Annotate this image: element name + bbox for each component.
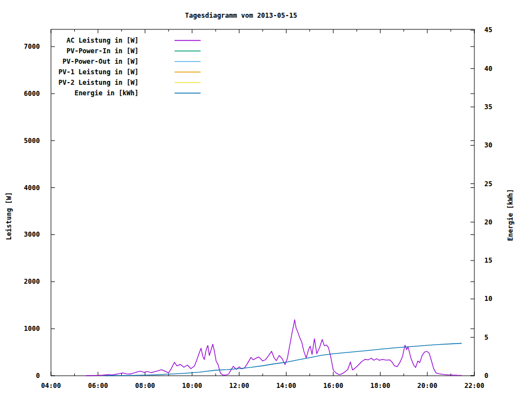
legend-item: PV-Power-In in [W] xyxy=(66,47,201,55)
legend-label: PV-Power-Out in [W] xyxy=(63,58,139,65)
y1-tick-label: 5000 xyxy=(24,137,40,145)
legend: AC Leistung in [W]PV-Power-In in [W]PV-P… xyxy=(59,37,201,97)
x-tick-label: 22:00 xyxy=(464,382,484,390)
x-tick-label: 12:00 xyxy=(229,382,249,390)
legend-label: AC Leistung in [W] xyxy=(66,37,139,44)
legend-item: PV-2 Leistung in [W] xyxy=(59,79,201,86)
y2-tick-label: 15 xyxy=(484,257,492,264)
y1-tick-label: 3000 xyxy=(24,231,40,238)
y2-tick-label: 35 xyxy=(484,103,492,111)
y1-tick-label: 4000 xyxy=(24,184,40,192)
chart-title: Tagesdiagramm vom 2013-05-15 xyxy=(185,12,297,19)
legend-item: AC Leistung in [W] xyxy=(66,37,201,44)
y2-tick-label: 45 xyxy=(484,26,492,34)
legend-label: PV-Power-In in [W] xyxy=(66,47,139,55)
legend-item: Energie in [kWh] xyxy=(74,89,201,97)
y2-tick-label: 10 xyxy=(484,295,492,303)
x-tick-label: 18:00 xyxy=(370,382,390,390)
series-ac-leistung-in-w xyxy=(86,320,462,376)
x-tick-label: 14:00 xyxy=(276,382,296,390)
x-tick-label: 16:00 xyxy=(323,382,343,390)
legend-item: PV-Power-Out in [W] xyxy=(63,58,201,65)
y1-tick-label: 6000 xyxy=(24,90,40,98)
y2-tick-label: 0 xyxy=(484,372,488,380)
tagesdiagramm-chart: Tagesdiagramm vom 2013-05-15 Leistung [W… xyxy=(0,0,532,399)
legend-label: Energie in [kWh] xyxy=(74,89,139,97)
chart-canvas: Tagesdiagramm vom 2013-05-15 Leistung [W… xyxy=(0,0,532,399)
y2-tick-label: 20 xyxy=(484,218,492,226)
x-tick-label: 20:00 xyxy=(417,382,437,390)
y2-tick-label: 40 xyxy=(484,65,492,73)
legend-item: PV-1 Leistung in [W] xyxy=(59,68,201,76)
y1-tick-label: 2000 xyxy=(24,278,40,285)
y2-tick-label: 25 xyxy=(484,180,492,188)
y1-tick-label: 0 xyxy=(36,372,40,380)
data-series xyxy=(86,320,462,376)
y2-axis-title: Energie [kWh] xyxy=(507,189,514,241)
legend-label: PV-1 Leistung in [W] xyxy=(59,68,139,76)
y2-tick-label: 30 xyxy=(484,141,492,149)
y1-tick-label: 7000 xyxy=(24,43,40,50)
y2-tick-label: 5 xyxy=(484,334,488,341)
y1-axis-title: Leistung [W] xyxy=(5,192,13,241)
y1-tick-label: 1000 xyxy=(24,325,40,332)
x-tick-label: 08:00 xyxy=(135,382,155,390)
x-tick-label: 10:00 xyxy=(182,382,202,390)
x-tick-label: 04:00 xyxy=(41,382,61,390)
x-tick-label: 06:00 xyxy=(88,382,108,390)
legend-label: PV-2 Leistung in [W] xyxy=(59,79,139,86)
